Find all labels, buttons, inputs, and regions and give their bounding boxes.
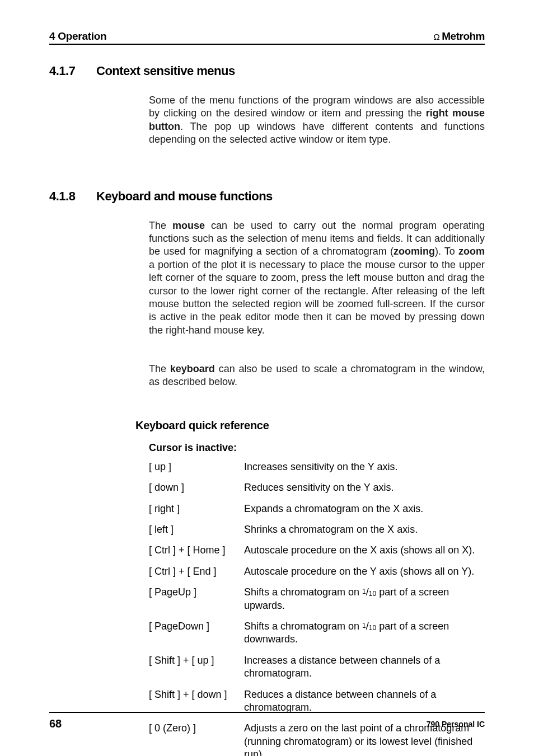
page-number: 68 [49,717,62,730]
text-run: Shifts a chromatogram on [244,621,362,632]
kbd-key: [ left ] [149,523,244,536]
text-run: ). To [435,246,458,257]
keyboard-quick-reference-heading: Keyboard quick reference [135,419,485,432]
kbd-row: [ left ] Shrinks a chromatogram on the X… [149,523,485,536]
bold-run: zoom [458,246,485,257]
fraction-den: 10 [369,590,376,599]
section-418-paragraph-1: The mouse can be used to carry out the n… [149,219,485,337]
kbd-key: [ right ] [149,503,244,515]
kbd-row: [ Shift ] + [ up ] Increases a distance … [149,654,485,680]
kbd-key: [ Ctrl ] + [ End ] [149,565,244,578]
text-run: a portion of the plot it is necessary to… [149,259,485,336]
fraction-num: 1 [362,622,366,631]
section-number: 4.1.8 [49,189,96,204]
kbd-desc: Shifts a chromatogram on 1/10 part of a … [244,620,485,646]
kbd-desc: Autoscale procedure on the Y axis (shows… [244,565,485,578]
bold-run: zooming [394,246,435,257]
ohm-icon: Ω [434,32,440,41]
kbd-row: [ PageUp ] Shifts a chromatogram on 1/10… [149,586,485,612]
brand-logo: ΩMetrohm [434,30,485,43]
kbd-desc: Increases a distance between channels of… [244,654,485,680]
kbd-desc: Reduces sensitivity on the Y axis. [244,481,485,494]
fraction: 1/10 [362,620,376,633]
brand-name: Metrohm [442,30,485,43]
text-run: The [149,220,172,231]
kbd-row: [ Ctrl ] + [ End ] Autoscale procedure o… [149,565,485,578]
text-run: The [149,363,170,374]
kbd-row: [ PageDown ] Shifts a chromatogram on 1/… [149,620,485,646]
kbd-desc: Reduces a distance between channels of a… [244,688,485,715]
section-418-heading: 4.1.8 Keyboard and mouse functions [49,189,485,204]
section-417-heading: 4.1.7 Context sensitive menus [49,64,485,78]
kbd-row: [ up ] Increases sensitivity on the Y ax… [149,461,485,473]
bold-run: keyboard [170,363,215,374]
section-title: Keyboard and mouse functions [96,189,273,204]
fraction: 1/10 [362,586,376,599]
section-title: Context sensitive menus [96,64,235,78]
kbd-key: [ PageUp ] [149,586,244,612]
kbd-key: [ Ctrl ] + [ Home ] [149,544,244,557]
kbd-row: [ Ctrl ] + [ Home ] Autoscale procedure … [149,544,485,557]
text-run: Shifts a chromatogram on [244,586,362,598]
kbd-row: [ right ] Expands a chromatogram on the … [149,503,485,515]
kbd-desc: Shrinks a chromatogram on the X axis. [244,523,485,536]
kbd-row: [ down ] Reduces sensitivity on the Y ax… [149,481,485,494]
kbd-desc: Shifts a chromatogram on 1/10 part of a … [244,586,485,612]
kbd-desc: Autoscale procedure on the X axis (shows… [244,544,485,557]
kbd-row: [ Shift ] + [ down ] Reduces a distance … [149,688,485,715]
header-chapter: 4 Operation [49,30,106,43]
cursor-inactive-heading: Cursor is inactive: [149,442,485,454]
fraction-num: 1 [362,588,366,597]
page-header: 4 Operation ΩMetrohm [49,30,485,45]
kbd-key: [ Shift ] + [ up ] [149,654,244,680]
bold-run: mouse [172,220,205,231]
text-run: . The pop up windows have different cont… [149,121,485,145]
kbd-key: [ down ] [149,481,244,494]
section-number: 4.1.7 [49,64,96,78]
fraction-den: 10 [369,624,376,633]
section-417-paragraph: Some of the menu functions of the progra… [149,94,485,147]
kbd-key: [ Shift ] + [ down ] [149,688,244,715]
kbd-key: [ PageDown ] [149,620,244,646]
kbd-desc: Increases sensitivity on the Y axis. [244,461,485,473]
kbd-desc: Expands a chromatogram on the X axis. [244,503,485,515]
page-footer: 68 790 Personal IC [49,712,485,730]
manual-name: 790 Personal IC [427,720,485,729]
kbd-key: [ up ] [149,461,244,473]
section-418-paragraph-2: The keyboard can also be used to scale a… [149,363,485,389]
